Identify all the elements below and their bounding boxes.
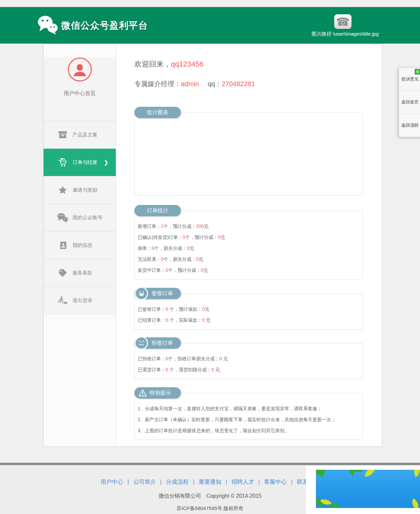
- contact-card-icon: [57, 241, 68, 250]
- user-avatar-icon: [68, 58, 92, 82]
- stat-line-signed: 已签收订单：0 个，预计返款：0元: [138, 306, 356, 312]
- product-box-icon: [57, 131, 68, 138]
- site-title: 微信公众号盈利平台: [61, 21, 148, 30]
- sidebar-item-label: 订单与结算: [72, 159, 97, 166]
- chart-empty-area: [134, 112, 363, 196]
- back-home-button[interactable]: 返回首页: [399, 91, 420, 114]
- stat-value: 2: [161, 224, 164, 229]
- main-content: 欢迎回来，qq123456 专属媒介经理：adminqq：270482281 统…: [116, 44, 382, 446]
- image-path-text: 图片路径 \user\images\title.jpg: [312, 31, 379, 37]
- welcome-prefix: 欢迎回来，: [134, 60, 171, 68]
- stat-text: 已签收订单：: [138, 306, 166, 312]
- stat-text: 个，退货扣除分成：: [168, 367, 211, 372]
- stat-value: 0: [219, 356, 222, 361]
- sad-face-icon: [135, 336, 148, 350]
- order-stats-tab[interactable]: 订单统计: [134, 205, 181, 216]
- stat-value: 0: [183, 235, 185, 240]
- page: 微信公众号盈利平台 ☎ 图片路径 \user\images\title.jpg …: [0, 0, 420, 514]
- sidebar-item-orders[interactable]: 订单与结算 ❯: [44, 149, 116, 176]
- stat-value: 0: [166, 356, 168, 361]
- stat-value: 0: [166, 317, 168, 323]
- stat-value: 0: [166, 267, 168, 273]
- stat-line-returned: 已退货订单：0 个，退货扣除分成：0 元: [138, 367, 356, 373]
- top-header-bar: 微信公众号盈利平台 ☎ 图片路径 \user\images\title.jpg: [0, 7, 420, 44]
- footer-link-service[interactable]: 客服中心: [264, 479, 287, 485]
- chart-section-title: 统计图表: [147, 109, 168, 116]
- notice-title: 特别提示: [150, 390, 171, 397]
- stat-text: 个，实际返款：: [168, 317, 202, 323]
- stat-text: 个，预计分成：: [164, 224, 196, 229]
- stat-text: 个，拒收订单损失分成：: [168, 356, 219, 361]
- happy-face-icon: [135, 287, 148, 300]
- user-profile-block: 用户中心首页: [44, 58, 116, 121]
- sidebar-item-logout[interactable]: 退出登录: [44, 287, 116, 314]
- stat-text: 个，损失分成：: [164, 257, 196, 262]
- stat-value: 200: [196, 224, 204, 229]
- notice-line: 2、新产生订单（未确认）实时更新，只要顾客下单，就实时统计出来，其他信息每天更新…: [138, 417, 356, 423]
- sidebar-item-label: 产品及文案: [72, 132, 97, 138]
- qq-number: 270482281: [222, 80, 255, 87]
- stat-value: 0: [196, 257, 199, 262]
- stat-line-rejected: 已拒收订单：0个，拒收订单损失分成：0 元: [138, 356, 356, 362]
- content-wrapper: 用户中心首页 产品及文案: [43, 44, 382, 447]
- stat-text: 已结算订单：: [138, 317, 166, 323]
- sidebar-item-products[interactable]: 产品及文案: [44, 121, 116, 149]
- stat-text: 个，预计返款：: [168, 306, 202, 312]
- chevron-right-icon: ❯: [104, 159, 108, 166]
- stat-text: 元: [204, 267, 208, 273]
- sidebar-item-terms[interactable]: 服务条款: [44, 259, 116, 287]
- rejected-orders-title: 拒签订单: [152, 340, 173, 347]
- star-icon: [57, 186, 68, 194]
- stat-value: 0: [152, 246, 154, 251]
- wechat-logo-icon: [37, 15, 59, 36]
- stat-text: 元: [190, 246, 194, 251]
- footer-link-company[interactable]: 公司简介: [133, 479, 156, 485]
- sidebar-item-label: 邀请与奖励: [72, 187, 97, 193]
- copyright-text: Copyright © 2014-2015: [207, 493, 262, 499]
- section-signed: 签收订单 已签收订单：0 个，预计返款：0元 已结算订单：0 个，实际返款：0 …: [134, 288, 363, 330]
- signed-orders-tab[interactable]: 签收订单: [134, 288, 181, 299]
- sidebar-item-label: 退出登录: [72, 297, 92, 304]
- complaint-button[interactable]: 0 投诉意见: [399, 68, 420, 91]
- footer-link-jobs[interactable]: 招聘人才: [231, 479, 254, 485]
- footer-link-user-center[interactable]: 用户中心: [100, 479, 123, 485]
- company-name: 微信分销有限公司: [159, 493, 201, 499]
- chart-section-tab[interactable]: 统计图表: [134, 107, 181, 118]
- cart-icon: [57, 158, 68, 167]
- sidebar-item-accounts[interactable]: 我的公众账号: [44, 204, 116, 232]
- footer-divider-bar: [0, 463, 420, 465]
- stat-text: 元: [199, 257, 204, 262]
- stat-text: 个，预计分成：: [168, 267, 201, 273]
- sidebar-item-myinfo[interactable]: 我的信息: [44, 232, 116, 259]
- order-stats-title: 订单统计: [147, 207, 168, 214]
- notice-line: 3、上面的订单统计是根据状态来的，状态变化了，就会划分到其它类别。: [138, 428, 356, 433]
- stat-text: 已拒收订单：: [138, 356, 166, 361]
- leaf-decoration: [409, 498, 420, 508]
- notice-panel: 1、分成每天结算一次，直接转入您的支付宝，请隔天查账，要是发现异常，请联系客服；…: [134, 393, 363, 439]
- notice-line: 1、分成每天结算一次，直接转入您的支付宝，请隔天查账，要是发现异常，请联系客服；: [138, 406, 356, 412]
- stat-text: 元: [204, 224, 209, 229]
- stat-value: 0: [161, 257, 164, 262]
- sidebar-item-invite[interactable]: 邀请与奖励: [44, 176, 116, 204]
- stat-text: 元: [222, 356, 228, 361]
- footer-separator: |: [127, 479, 129, 485]
- stat-text: 元: [220, 235, 225, 240]
- manager-label: 专属媒介经理：: [134, 80, 181, 87]
- notice-tab[interactable]: 特别提示: [134, 387, 181, 399]
- logout-icon: [57, 296, 68, 305]
- section-order-stats: 订单统计 新增订单：2个，预计分成：200元 已确认(待发货)订单：0个，预计分…: [134, 205, 363, 280]
- stat-text: 已确认(待发货)订单：: [138, 235, 183, 240]
- sidebar-home-label[interactable]: 用户中心首页: [44, 90, 116, 97]
- tag-icon: [57, 268, 68, 277]
- warning-triangle-icon: [138, 389, 147, 398]
- stat-text: 元: [205, 317, 210, 323]
- qq-label: qq：: [208, 80, 221, 87]
- stat-text: 新增订单：: [138, 224, 161, 229]
- footer-link-notice[interactable]: 重要通知: [199, 479, 221, 485]
- back-top-button[interactable]: 返回顶部: [399, 114, 420, 137]
- footer-link-share-process[interactable]: 分成流程: [166, 479, 189, 485]
- footer-separator: |: [193, 479, 194, 485]
- rejected-orders-tab[interactable]: 拒签订单: [134, 337, 181, 349]
- manager-line: 专属媒介经理：adminqq：270482281: [134, 81, 363, 87]
- complaint-label: 投诉意见: [401, 76, 419, 82]
